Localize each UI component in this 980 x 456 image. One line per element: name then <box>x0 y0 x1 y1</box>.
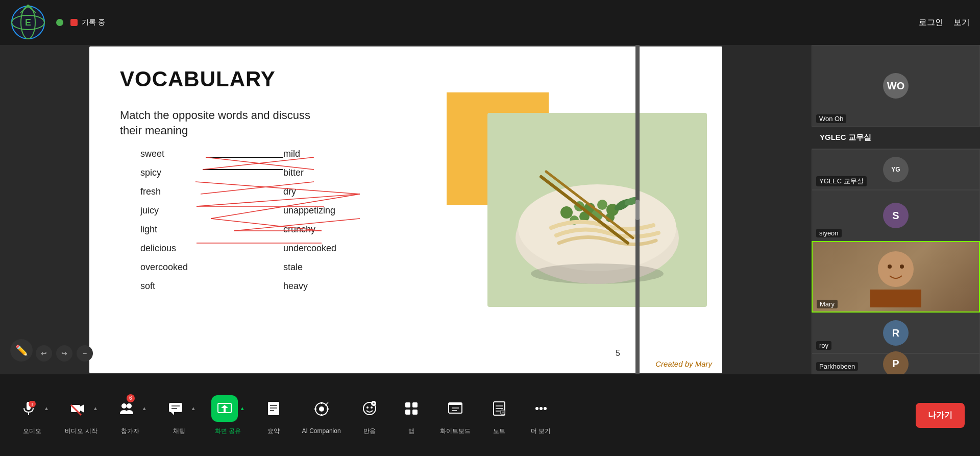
svg-marker-54 <box>221 405 228 412</box>
leave-button[interactable]: 나가기 <box>916 403 965 428</box>
recording-label: 기록 중 <box>82 18 105 27</box>
bowl-illustration <box>500 126 694 294</box>
presentation-slide: VOCABULARY Match the opposite words and … <box>89 46 722 373</box>
svg-point-86 <box>544 407 547 410</box>
notes-icon-wrap <box>486 395 512 422</box>
audio-chevron[interactable]: ▲ <box>44 405 49 411</box>
share-screen-icon <box>217 401 232 416</box>
drawing-pen-button[interactable]: ✏️ <box>10 339 33 362</box>
undo-button[interactable]: ↩ <box>36 345 52 362</box>
more-group[interactable]: 더 보기 <box>528 395 554 436</box>
more-label: 더 보기 <box>531 427 551 436</box>
audio-label: 오디오 <box>23 427 41 436</box>
share-icon-wrap <box>211 395 238 422</box>
svg-rect-71 <box>412 402 418 407</box>
reactions-label: 반응 <box>363 427 376 436</box>
food-image <box>447 92 712 312</box>
mary-face-svg <box>870 246 921 307</box>
divider-handle[interactable] <box>635 200 640 220</box>
video-icon-wrap <box>64 395 91 422</box>
svg-rect-39 <box>870 290 921 307</box>
apps-group[interactable]: 앱 <box>398 395 425 436</box>
roy-tile: R roy <box>812 313 980 353</box>
right-panel: WO Won Oh YGLEC 교무실 YG YGLEC 교무실 S siyeo… <box>812 45 980 374</box>
participants-group[interactable]: 6 ▲ 참가자 <box>113 395 147 436</box>
mary-name: Mary <box>817 300 838 308</box>
svg-marker-45 <box>80 404 84 413</box>
mary-video <box>813 242 979 311</box>
summary-label: 요약 <box>267 427 280 436</box>
svg-rect-75 <box>449 403 462 405</box>
panel-divider[interactable] <box>635 45 640 374</box>
svg-point-62 <box>327 408 329 410</box>
video-label: 비디오 시작 <box>65 427 97 436</box>
whiteboard-icon <box>448 401 463 416</box>
svg-point-35 <box>531 263 664 284</box>
participants-chevron[interactable]: ▲ <box>142 405 147 411</box>
video-group[interactable]: ▲ 비디오 시작 <box>64 395 98 436</box>
yglec-name: YGLEC 교무실 <box>816 176 867 186</box>
chat-group[interactable]: ▲ 채팅 <box>162 395 196 436</box>
main-content: VOCABULARY Match the opposite words and … <box>0 45 812 374</box>
summary-group[interactable]: 요약 <box>260 395 287 436</box>
slide-credit: Created by Mary <box>655 359 712 368</box>
whiteboard-label: 화이트보드 <box>440 427 471 436</box>
participants-icon <box>119 401 134 416</box>
svg-rect-70 <box>405 402 410 407</box>
siyeon-tile: S siyeon <box>812 190 980 241</box>
svg-point-48 <box>127 403 132 409</box>
reactions-group[interactable]: + 반응 <box>356 395 383 436</box>
roy-avatar: R <box>883 320 909 346</box>
rec-icon <box>70 19 78 26</box>
reactions-icon-wrap: + <box>356 395 383 422</box>
zoom-out-button[interactable]: − <box>77 345 93 362</box>
share-label: 화면 공유 <box>215 427 241 436</box>
view-button[interactable]: 보기 <box>953 17 970 28</box>
ai-companion-label: AI Companion <box>302 427 341 435</box>
apps-label: 앱 <box>408 427 414 436</box>
login-button[interactable]: 로그인 <box>919 17 943 28</box>
notes-label: 노트 <box>493 427 505 436</box>
more-icon <box>533 401 549 416</box>
svg-point-21 <box>518 184 676 271</box>
yglec-avatar: YG <box>883 157 909 182</box>
video-icon <box>70 401 85 416</box>
redo-button[interactable]: ↪ <box>56 345 72 362</box>
summary-icon <box>266 401 281 416</box>
video-chevron[interactable]: ▲ <box>93 405 98 411</box>
share-chevron[interactable]: ▲ <box>240 405 245 411</box>
microphone-icon: ! <box>21 401 36 416</box>
ai-companion-group[interactable]: AI Companion <box>302 396 341 435</box>
apps-icon <box>404 401 419 416</box>
vocab-right-column: mild bitter dry unappetizing crunchy und… <box>283 149 336 292</box>
parkhobeen-avatar: P <box>883 351 909 375</box>
logo-icon: E <box>10 5 46 40</box>
svg-text:!: ! <box>32 402 33 407</box>
chat-chevron[interactable]: ▲ <box>191 405 196 411</box>
svg-point-22 <box>560 206 573 219</box>
topbar: E 기록 중 로그인 보기 <box>0 0 980 45</box>
food-photo <box>487 113 707 307</box>
audio-group[interactable]: ! ▲ 오디오 <box>15 395 49 436</box>
won-oh-name: Won Oh <box>816 114 846 123</box>
svg-point-60 <box>319 406 324 412</box>
yglec-tile: YG YGLEC 교무실 <box>812 149 980 190</box>
svg-point-85 <box>540 407 543 410</box>
recording-dot <box>56 19 63 26</box>
ai-companion-icon <box>314 401 329 417</box>
won-oh-avatar: WO <box>883 73 909 99</box>
whiteboard-group[interactable]: 화이트보드 <box>440 395 471 436</box>
slide-subtitle: Match the opposite words and discuss the… <box>120 108 310 139</box>
svg-point-25 <box>597 200 607 210</box>
svg-point-64 <box>314 408 316 410</box>
notes-group[interactable]: 노트 <box>486 395 512 436</box>
svg-text:+: + <box>373 402 375 405</box>
svg-point-84 <box>535 407 538 410</box>
drawing-tools-row: ↩ ↪ − <box>36 345 93 362</box>
more-icon-wrap <box>528 395 554 422</box>
siyeon-avatar: S <box>883 203 909 228</box>
participants-label: 참가자 <box>121 427 139 436</box>
share-group[interactable]: ▲ 화면 공유 <box>211 395 245 436</box>
chat-icon-wrap <box>162 395 189 422</box>
slide-page-number: 5 <box>616 349 620 358</box>
